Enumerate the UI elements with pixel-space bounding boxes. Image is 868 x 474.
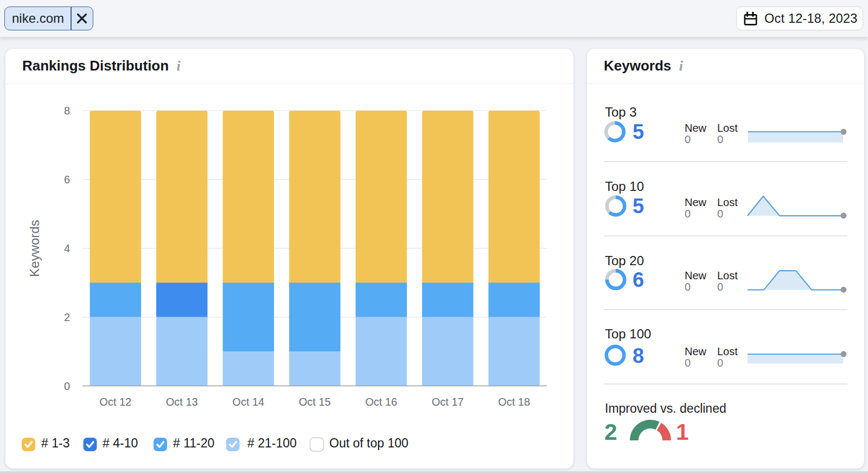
svg-text:2: 2 bbox=[64, 311, 70, 323]
svg-text:# 11-20: # 11-20 bbox=[173, 436, 214, 450]
svg-text:# 21-100: # 21-100 bbox=[247, 436, 297, 450]
svg-text:Oct 18: Oct 18 bbox=[498, 396, 530, 408]
svg-text:Out of top 100: Out of top 100 bbox=[329, 436, 409, 450]
svg-text:8: 8 bbox=[64, 105, 70, 117]
svg-text:Oct 15: Oct 15 bbox=[299, 396, 331, 408]
svg-text:# 1-3: # 1-3 bbox=[41, 436, 69, 450]
svg-text:6: 6 bbox=[64, 174, 70, 185]
svg-text:0: 0 bbox=[64, 380, 70, 392]
svg-text:Oct 17: Oct 17 bbox=[432, 396, 464, 408]
svg-text:Oct 14: Oct 14 bbox=[232, 396, 264, 408]
svg-text:Oct 12: Oct 12 bbox=[99, 396, 131, 408]
svg-text:Oct 13: Oct 13 bbox=[166, 396, 198, 408]
svg-text:4: 4 bbox=[64, 242, 70, 254]
svg-text:Oct 16: Oct 16 bbox=[365, 396, 397, 408]
svg-text:Keywords: Keywords bbox=[27, 220, 42, 277]
svg-text:# 4-10: # 4-10 bbox=[103, 436, 138, 450]
